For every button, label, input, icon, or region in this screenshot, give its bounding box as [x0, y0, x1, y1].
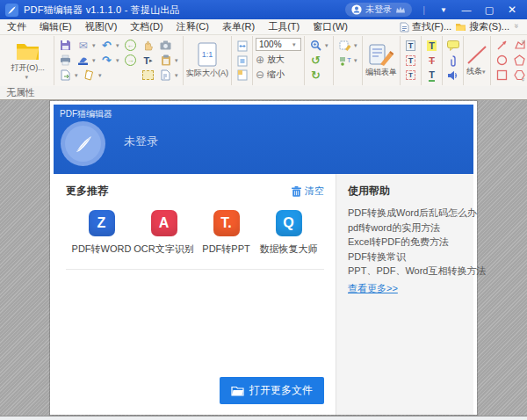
toolbar-overflow-down-icon[interactable]: »	[519, 77, 527, 81]
underline-text-icon[interactable]: T	[423, 68, 440, 83]
zoom-level-select[interactable]: 100% ▾	[256, 38, 301, 51]
user-avatar[interactable]	[61, 121, 105, 166]
snapshot-camera-icon[interactable]	[157, 38, 174, 53]
line-tool-button[interactable]: 线条▾	[464, 36, 491, 85]
help-link-5[interactable]: PPT、PDF、Word互相转换方法	[348, 264, 463, 279]
zoom-in-button[interactable]: ⊕ 放大	[256, 53, 301, 66]
undo-icon[interactable]: ↶	[98, 38, 115, 53]
menu-comment[interactable]: 注释(C)	[177, 20, 209, 33]
help-link-4[interactable]: PDF转换常识	[348, 250, 463, 264]
loupe-icon[interactable]	[307, 38, 324, 53]
find-page-icon	[400, 22, 409, 33]
form-fields-group: T T T	[401, 36, 422, 85]
export-page-dropdown-icon[interactable]: ▾	[75, 72, 80, 79]
rotate-left-icon[interactable]: ↺	[307, 53, 324, 68]
toolbar-mode-button[interactable]: ▼	[434, 2, 453, 18]
undo-dropdown-icon[interactable]: ▾	[116, 42, 121, 49]
save-icon[interactable]	[57, 38, 74, 53]
menu-tools[interactable]: 工具(T)	[268, 20, 300, 33]
app-pdf-to-word[interactable]: Z PDF转WORD	[70, 210, 133, 256]
open-file-button[interactable]: 打开(O)... ▾	[2, 36, 54, 85]
login-status-pill[interactable]: 未登录	[345, 3, 412, 17]
redo-dropdown-icon[interactable]: ▾	[116, 57, 121, 64]
hand-tool-icon[interactable]	[140, 38, 156, 53]
print-icon[interactable]	[57, 53, 74, 68]
highlight-text-icon[interactable]: T	[423, 39, 440, 54]
app-data-recovery[interactable]: Q 数据恢复大师	[257, 210, 320, 256]
titlebar-controls: 未登录 | ▼ — ▢ ✕	[345, 2, 522, 18]
menu-document[interactable]: 文档(D)	[130, 20, 162, 33]
edit-object-icon[interactable]	[336, 38, 353, 53]
text-markup-group: T T T	[422, 36, 443, 85]
note-comment-icon[interactable]	[444, 39, 461, 54]
add-text-icon[interactable]: T	[336, 53, 353, 68]
menu-form[interactable]: 表单(R)	[222, 20, 255, 33]
circle-tool-icon[interactable]	[494, 53, 510, 68]
new-page-icon[interactable]	[81, 68, 97, 83]
form-small-field-icon[interactable]: T	[402, 68, 419, 83]
page-extract-icon[interactable]	[157, 68, 174, 83]
help-link-3[interactable]: Excel转PDF的免费方法	[348, 235, 463, 250]
rotate-right-icon[interactable]: ↻	[307, 68, 324, 83]
line-label: 线条▾	[466, 66, 487, 77]
email-icon[interactable]: ✉	[75, 38, 91, 53]
arrow-tool-icon[interactable]	[494, 38, 510, 53]
export-page-icon[interactable]	[57, 68, 74, 83]
select-text-icon[interactable]: T▸	[140, 53, 156, 68]
open-more-label: 打开更多文件	[249, 383, 313, 398]
menubar-overflow-icon[interactable]: »	[512, 24, 521, 31]
welcome-panel: PDF猫编辑器 未登录 更多推荐 清空	[50, 101, 477, 415]
new-page-dropdown-icon[interactable]: ▾	[98, 72, 104, 79]
help-more-link[interactable]: 查看更多>>	[348, 282, 398, 295]
paste-icon[interactable]	[157, 53, 174, 68]
strikeout-text-icon[interactable]: T	[423, 54, 440, 69]
close-button[interactable]: ✕	[502, 2, 522, 18]
recommend-title: 更多推荐	[66, 184, 108, 199]
previous-view-icon[interactable]: ←	[122, 38, 139, 53]
email-dropdown-icon[interactable]: ▾	[92, 42, 97, 49]
line-icon	[466, 45, 487, 65]
menu-edit[interactable]: 编辑(E)	[40, 20, 72, 33]
snapshot-select-icon[interactable]	[140, 68, 156, 83]
help-link-1[interactable]: PDF转换成Word后乱码怎么办	[348, 206, 463, 221]
maximize-button[interactable]: ▢	[480, 2, 499, 18]
stamp-ink-icon[interactable]	[75, 53, 91, 68]
app-pdf-to-ppt[interactable]: T. PDF转PPT	[195, 210, 257, 256]
find-button[interactable]: 查找(F)...	[400, 20, 451, 33]
open-more-files-button[interactable]: 打开更多文件	[220, 377, 324, 404]
app-ocr[interactable]: A OCR文字识别	[133, 210, 195, 256]
menu-window[interactable]: 窗口(W)	[313, 20, 348, 33]
toolbar-overflow-rail: » »	[519, 35, 527, 86]
workspace: PDF猫编辑器 未登录 更多推荐 清空	[0, 100, 527, 416]
edit-form-button[interactable]: 编辑表单	[363, 36, 401, 85]
stamp-ink-dropdown-icon[interactable]: ▾	[92, 57, 97, 64]
attachment-icon[interactable]	[444, 54, 461, 69]
fit-width-icon[interactable]	[234, 39, 250, 54]
fit-visible-icon[interactable]	[234, 68, 250, 83]
open-dropdown-icon: ▾	[25, 74, 31, 81]
redo-icon[interactable]: ↷	[98, 53, 115, 68]
search-button[interactable]: 搜索(S)...	[455, 20, 509, 33]
clear-button[interactable]: 清空	[292, 185, 324, 198]
add-text-dropdown-icon[interactable]: ▾	[354, 57, 359, 64]
form-box-field-icon[interactable]: T	[402, 54, 419, 69]
minimize-button[interactable]: —	[457, 2, 476, 18]
toolbar-overflow-up-icon[interactable]: »	[519, 40, 527, 43]
zoom-in-icon: ⊕	[256, 54, 264, 66]
zoom-out-button[interactable]: ⊖ 缩小	[256, 68, 301, 81]
help-link-2[interactable]: pdf转word的实用方法	[348, 221, 463, 235]
page-extract-dropdown-icon[interactable]: ▾	[175, 72, 180, 79]
loupe-dropdown-icon[interactable]: ▾	[325, 42, 330, 49]
audio-comment-icon[interactable]	[444, 68, 461, 83]
actual-size-button[interactable]: 1:1 实际大小(A)	[184, 36, 232, 85]
panel-login-status[interactable]: 未登录	[124, 134, 158, 149]
next-view-icon[interactable]: →	[122, 53, 139, 68]
toolbar: 打开(O)... ▾ ✉▾ ↶▾ ← ▾ ↷▾ → T▸ ▾ ▾	[0, 35, 527, 86]
edit-object-dropdown-icon[interactable]: ▾	[354, 42, 359, 49]
menu-file[interactable]: 文件	[7, 20, 26, 33]
text-field-icon[interactable]: T	[402, 39, 419, 54]
fit-page-icon[interactable]	[234, 54, 250, 69]
menu-view[interactable]: 视图(V)	[85, 20, 118, 33]
rectangle-tool-icon[interactable]	[494, 68, 510, 83]
paste-dropdown-icon[interactable]: ▾	[175, 57, 180, 64]
